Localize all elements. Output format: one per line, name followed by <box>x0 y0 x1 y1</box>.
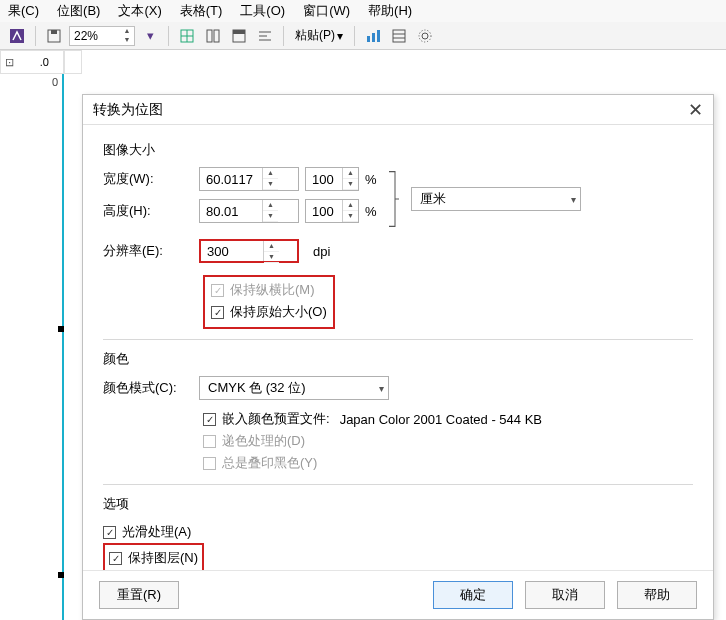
section-color: 颜色 <box>103 350 693 368</box>
grid-icon[interactable] <box>176 25 198 47</box>
chart-icon[interactable] <box>362 25 384 47</box>
close-icon[interactable]: ✕ <box>688 101 703 119</box>
svg-rect-16 <box>393 30 405 42</box>
keep-layers-checkbox[interactable]: ✓ 保持图层(N) <box>109 547 198 569</box>
svg-rect-14 <box>372 33 375 42</box>
keep-layers-label: 保持图层(N) <box>128 549 198 567</box>
embed-profile-label: 嵌入颜色预置文件: <box>222 410 330 428</box>
height-value[interactable] <box>200 200 262 222</box>
resolution-label: 分辨率(E): <box>103 242 193 260</box>
height-label: 高度(H): <box>103 202 193 220</box>
antialias-checkbox[interactable]: ✓ 光滑处理(A) <box>103 521 693 543</box>
chevron-down-icon[interactable]: ▾ <box>139 25 161 47</box>
chevron-down-icon: ▾ <box>379 383 384 394</box>
separator <box>103 484 693 485</box>
dither-checkbox: 递色处理的(D) <box>203 430 693 452</box>
left-gutter <box>0 74 64 620</box>
toolbar-separator <box>35 26 36 46</box>
svg-point-20 <box>419 30 431 42</box>
width-label: 宽度(W): <box>103 170 193 188</box>
embed-profile-checkbox[interactable]: ✓ 嵌入颜色预置文件: <box>203 408 330 430</box>
width-percent-input[interactable]: ▲▼ <box>305 167 359 191</box>
width-percent-value[interactable] <box>306 168 342 190</box>
antialias-label: 光滑处理(A) <box>122 523 191 541</box>
ratio-highlight: ✓ 保持纵横比(M) ✓ 保持原始大小(O) <box>203 275 335 329</box>
dither-label: 递色处理的(D) <box>222 432 305 450</box>
toolbar: ▲▼ ▾ 粘贴(P) ▾ <box>0 22 726 50</box>
form-icon[interactable] <box>388 25 410 47</box>
color-mode-label: 颜色模式(C): <box>103 379 193 397</box>
convert-to-bitmap-dialog: 转换为位图 ✕ 图像大小 宽度(W): ▲▼ ▲▼ <box>82 94 714 620</box>
checkbox-icon: ✓ <box>109 552 122 565</box>
checkbox-icon: ✓ <box>203 413 216 426</box>
overprint-black-checkbox: 总是叠印黑色(Y) <box>203 452 693 474</box>
ok-button[interactable]: 确定 <box>433 581 513 609</box>
checkbox-icon: ✓ <box>103 526 116 539</box>
svg-rect-13 <box>367 36 370 42</box>
keep-original-size-checkbox[interactable]: ✓ 保持原始大小(O) <box>211 301 327 323</box>
height-percent-value[interactable] <box>306 200 342 222</box>
section-options: 选项 <box>103 495 693 513</box>
cancel-button[interactable]: 取消 <box>525 581 605 609</box>
width-value[interactable] <box>200 168 262 190</box>
layout-icon[interactable] <box>228 25 250 47</box>
checkbox-icon: ✓ <box>211 284 224 297</box>
svg-rect-15 <box>377 30 380 42</box>
options-icon[interactable] <box>414 25 436 47</box>
menubar: 果(C) 位图(B) 文本(X) 表格(T) 工具(O) 窗口(W) 帮助(H) <box>0 0 726 22</box>
color-mode-value: CMYK 色 (32 位) <box>208 379 306 397</box>
resolution-value[interactable] <box>201 241 263 261</box>
width-input[interactable]: ▲▼ <box>199 167 299 191</box>
app-icon <box>6 25 28 47</box>
paste-label: 粘贴(P) <box>295 27 335 44</box>
svg-rect-6 <box>207 30 212 42</box>
menu-table[interactable]: 表格(T) <box>180 2 223 20</box>
resolution-input[interactable]: ▲▼ <box>199 239 299 263</box>
menu-help[interactable]: 帮助(H) <box>368 2 412 20</box>
snap-icon[interactable] <box>202 25 224 47</box>
menu-effects[interactable]: 果(C) <box>8 2 39 20</box>
section-image-size: 图像大小 <box>103 141 693 159</box>
menu-bitmap[interactable]: 位图(B) <box>57 2 100 20</box>
coord-value[interactable] <box>17 55 51 69</box>
menu-text[interactable]: 文本(X) <box>118 2 161 20</box>
chevron-down-icon: ▾ <box>571 194 576 205</box>
zoom-value[interactable] <box>70 29 120 43</box>
svg-rect-9 <box>233 30 245 34</box>
checkbox-icon: ✓ <box>211 306 224 319</box>
color-profile-value: Japan Color 2001 Coated - 544 KB <box>340 412 542 427</box>
toolbar-separator <box>283 26 284 46</box>
toolbar-separator <box>354 26 355 46</box>
align-icon[interactable] <box>254 25 276 47</box>
svg-rect-7 <box>214 30 219 42</box>
height-input[interactable]: ▲▼ <box>199 199 299 223</box>
menu-window[interactable]: 窗口(W) <box>303 2 350 20</box>
paste-dropdown[interactable]: 粘贴(P) ▾ <box>291 27 347 44</box>
keep-aspect-ratio-label: 保持纵横比(M) <box>230 281 315 299</box>
coord-input[interactable]: ⊡ <box>0 50 64 74</box>
keep-aspect-ratio-checkbox: ✓ 保持纵横比(M) <box>211 279 327 301</box>
selection-handle[interactable] <box>58 326 64 332</box>
svg-point-19 <box>422 33 428 39</box>
selection-handle[interactable] <box>58 572 64 578</box>
checkbox-icon <box>203 435 216 448</box>
save-icon[interactable] <box>43 25 65 47</box>
percent-sign: % <box>365 172 377 187</box>
help-button[interactable]: 帮助 <box>617 581 697 609</box>
unit-value: 厘米 <box>420 190 446 208</box>
keep-original-size-label: 保持原始大小(O) <box>230 303 327 321</box>
dialog-title: 转换为位图 <box>93 101 163 119</box>
checkbox-icon <box>203 457 216 470</box>
percent-sign: % <box>365 204 377 219</box>
zoom-input[interactable]: ▲▼ <box>69 26 135 46</box>
separator <box>103 339 693 340</box>
unit-combo[interactable]: 厘米 ▾ <box>411 187 581 211</box>
reset-button[interactable]: 重置(R) <box>99 581 179 609</box>
ruler-horizontal <box>64 50 82 74</box>
color-mode-combo[interactable]: CMYK 色 (32 位) ▾ <box>199 376 389 400</box>
menu-tools[interactable]: 工具(O) <box>240 2 285 20</box>
chevron-down-icon: ▾ <box>337 29 343 43</box>
height-percent-input[interactable]: ▲▼ <box>305 199 359 223</box>
link-bracket-icon <box>387 167 401 231</box>
overprint-black-label: 总是叠印黑色(Y) <box>222 454 317 472</box>
